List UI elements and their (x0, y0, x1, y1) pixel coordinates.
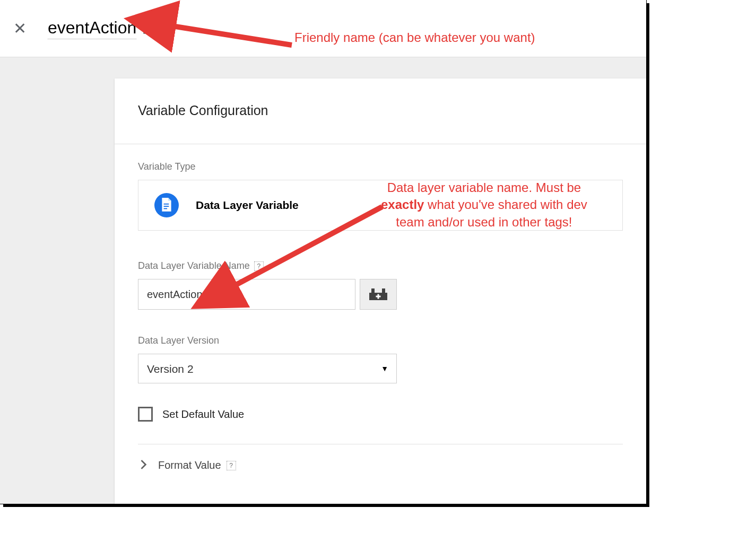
default-value-label: Set Default Value (162, 408, 244, 421)
help-icon[interactable]: ? (254, 261, 264, 271)
variable-name-input[interactable]: eventAction (48, 18, 136, 39)
svg-rect-5 (382, 288, 385, 293)
folder-icon[interactable] (143, 22, 158, 34)
version-select[interactable]: Version 2 (138, 354, 397, 383)
dlv-name-row (138, 279, 623, 310)
panel-title: Variable Configuration (138, 103, 623, 118)
help-icon[interactable]: ? (227, 461, 236, 470)
svg-rect-0 (164, 204, 169, 205)
dlv-name-input[interactable] (138, 279, 355, 310)
annotation-dlv-name: Data layer variable name. Must be exactl… (381, 179, 587, 231)
body-area: Variable Configuration Variable Type Dat… (0, 57, 646, 504)
annotation-friendly-name: Friendly name (can be whatever you want) (294, 29, 535, 46)
chevron-right-icon (140, 460, 147, 471)
version-select-wrap: Version 2 ▼ (138, 354, 397, 383)
close-icon[interactable]: ✕ (13, 19, 27, 38)
dlv-name-label: Data Layer Variable Name ? (138, 260, 623, 272)
svg-rect-4 (371, 288, 375, 293)
document-icon (154, 193, 179, 217)
default-value-checkbox[interactable] (138, 407, 153, 422)
header-bar: ✕ eventAction (0, 0, 646, 57)
divider (138, 444, 623, 444)
insert-variable-button[interactable] (360, 279, 397, 310)
default-value-row[interactable]: Set Default Value (138, 407, 623, 422)
app-window: ✕ eventAction Variable Configuration Var… (0, 0, 646, 504)
variable-type-label: Variable Type (138, 161, 623, 172)
svg-rect-1 (164, 206, 169, 207)
divider (115, 144, 646, 144)
svg-rect-7 (376, 296, 381, 298)
format-value-label: Format Value (158, 459, 221, 471)
version-label: Data Layer Version (138, 335, 623, 346)
variable-type-name: Data Layer Variable (196, 199, 299, 212)
svg-rect-2 (164, 208, 167, 209)
format-value-row[interactable]: Format Value ? (138, 459, 623, 471)
config-panel: Variable Configuration Variable Type Dat… (115, 78, 646, 504)
